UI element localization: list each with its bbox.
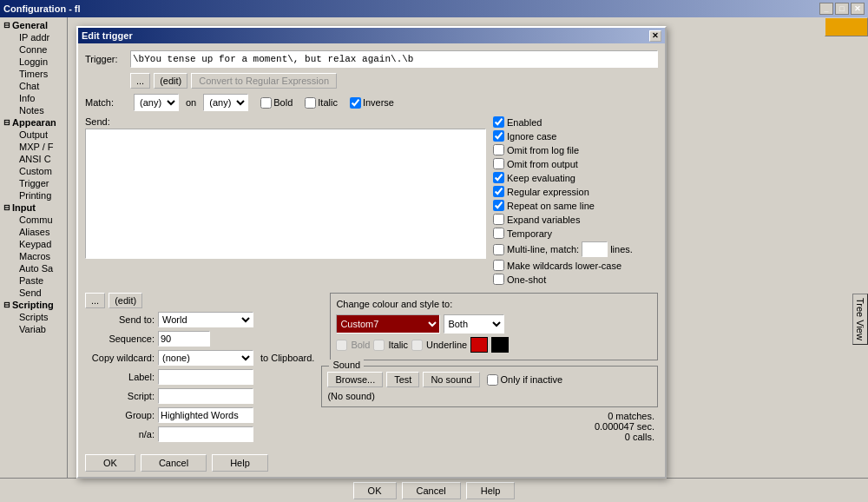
calls-stat: 0 calls. [321,432,654,442]
omit-log-label: Omit from log file [507,145,579,155]
script-input[interactable] [158,388,253,404]
modal-close-button[interactable]: ✕ [649,30,661,42]
sidebar-item-notes[interactable]: Notes [2,104,65,116]
background-swatch[interactable] [491,337,509,353]
modal-help-button[interactable]: Help [212,454,268,472]
sidebar-item-custom[interactable]: Custom [2,165,65,177]
sidebar-item-info[interactable]: Info [2,92,65,104]
sidebar-item-logging[interactable]: Loggin [2,56,65,68]
edit2-button[interactable]: (edit) [108,293,142,308]
no-sound-text: (No sound) [327,391,652,401]
inverse-checkbox[interactable] [350,97,361,109]
temporary-row: Temporary [493,228,658,239]
edit-button[interactable]: (edit) [154,73,187,89]
copy-wildcard-select[interactable]: (none) [158,350,253,366]
sidebar-item-trigger[interactable]: Trigger [2,177,65,189]
minimize-btn[interactable]: _ [819,3,833,15]
temporary-checkbox[interactable] [493,228,504,239]
trigger-input[interactable] [130,50,658,68]
enabled-checkbox[interactable] [493,116,504,128]
one-shot-checkbox[interactable] [493,274,504,285]
keep-evaluating-checkbox[interactable] [493,172,504,183]
sidebar-item-variab[interactable]: Variab [2,323,65,335]
ignore-case-checkbox[interactable] [493,130,504,142]
style-select[interactable]: Both [444,314,504,334]
match-label: Match: [85,97,130,108]
sidebar-item-keypad[interactable]: Keypad [2,238,65,250]
sidebar-item-timers[interactable]: Timers [2,68,65,80]
maximize-btn[interactable]: □ [835,3,849,15]
make-wildcards-checkbox[interactable] [493,260,504,271]
sound-btn-row: Browse... Test No sound Only if inactive [327,372,652,387]
sidebar-item-autosa[interactable]: Auto Sa [2,262,65,274]
sidebar-item-aliases[interactable]: Aliases [2,226,65,238]
sidebar-item-scripts[interactable]: Scripts [2,311,65,323]
send-section: Send: Enabled Ignore case Omit from log … [85,116,658,287]
dots2-button[interactable]: ... [85,293,105,308]
group-input[interactable] [158,407,253,423]
sidebar-item-macros[interactable]: Macros [2,250,65,262]
bold-checkbox[interactable] [260,97,272,109]
dots-button[interactable]: ... [130,73,150,89]
no-sound-button[interactable]: No sound [423,372,479,387]
label-input[interactable] [158,369,253,385]
test-button[interactable]: Test [386,372,419,387]
only-inactive-checkbox[interactable] [487,374,498,386]
sidebar-item-connect[interactable]: Conne [2,43,65,56]
right-bottom-col: Change colour and style to: Custom7 Both [321,293,658,442]
sequence-label: Sequence: [85,334,155,344]
italic-checkbox[interactable] [305,97,316,109]
convert-button[interactable]: Convert to Regular Expression [191,73,337,89]
sidebar-group-general[interactable]: General [2,19,65,31]
multiline-checkbox[interactable] [493,244,504,255]
colour-italic-checkbox[interactable] [373,340,385,351]
modal-title: Edit trigger [82,30,649,41]
sidebar-item-paste[interactable]: Paste [2,274,65,287]
italic-checkbox-group: Italic [305,97,338,109]
omit-log-checkbox[interactable] [493,144,504,155]
sidebar-item-output[interactable]: Output [2,129,65,141]
close-btn[interactable]: ✕ [851,3,865,15]
expand-variables-row: Expand variables [493,214,658,225]
sequence-input[interactable] [158,331,210,347]
repeat-same-line-checkbox[interactable] [493,200,504,211]
sidebar-item-chat[interactable]: Chat [2,80,65,92]
na-input[interactable] [158,426,253,442]
on-select[interactable]: (any) [203,94,248,111]
sidebar-group-appearance[interactable]: Appearan [2,116,65,129]
bottom-cancel-button[interactable]: Cancel [402,482,461,499]
copy-wildcard-label: Copy wildcard: [85,353,155,363]
sidebar-item-commu[interactable]: Commu [2,214,65,226]
bottom-ok-button[interactable]: OK [353,482,397,499]
match-row: Match: (any) on (any) Bold Italic [85,94,658,111]
sequence-row: Sequence: [85,331,314,347]
omit-output-checkbox[interactable] [493,158,504,169]
match-select[interactable]: (any) [134,94,179,111]
sidebar-item-ipaddr[interactable]: IP addr [2,31,65,43]
colour-select[interactable]: Custom7 [336,314,440,334]
modal-cancel-button[interactable]: Cancel [141,454,207,472]
sidebar-group-input[interactable]: Input [2,201,65,214]
expand-variables-checkbox[interactable] [493,214,504,225]
send-textarea[interactable] [85,129,486,259]
regular-expression-checkbox[interactable] [493,186,504,197]
sidebar-item-printing[interactable]: Printing [2,189,65,201]
modal-ok-button[interactable]: OK [85,454,135,472]
colour-underline-checkbox[interactable] [411,340,423,351]
foreground-swatch[interactable] [470,337,488,353]
sidebar-item-send[interactable]: Send [2,287,65,299]
colour-bold-label: Bold [351,340,370,350]
group-label: Group: [85,410,155,420]
browse-button[interactable]: Browse... [327,372,383,387]
sidebar-item-ansi[interactable]: ANSI C [2,153,65,165]
send-to-select[interactable]: World [158,312,253,327]
ignore-case-label: Ignore case [507,131,556,142]
colour-bold-checkbox[interactable] [336,340,347,351]
lines-input[interactable] [582,241,608,257]
sidebar-group-scripting[interactable]: Scripting [2,299,65,311]
colour-underline-label: Underline [426,340,467,350]
modal-body: Trigger: ... (edit) Convert to Regular E… [78,43,665,449]
bottom-help-button[interactable]: Help [466,482,516,499]
sidebar-item-mxp[interactable]: MXP / F [2,141,65,153]
modal-footer: OK Cancel Help [78,449,665,477]
